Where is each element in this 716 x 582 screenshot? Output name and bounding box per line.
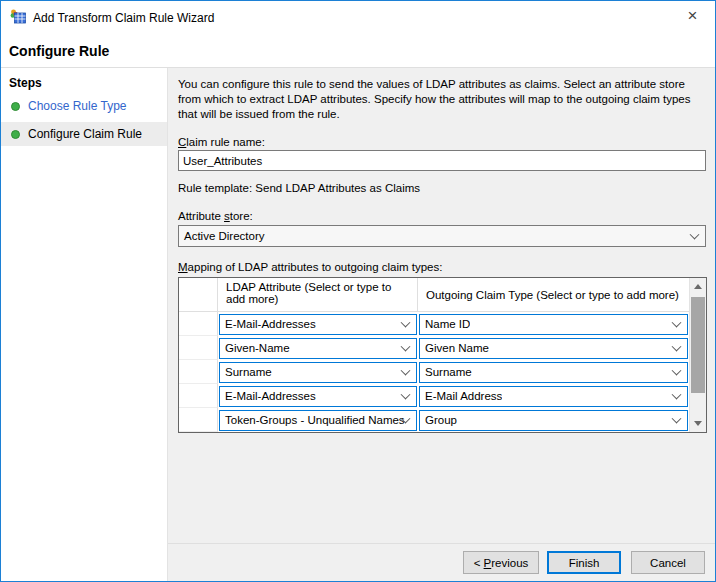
- page-title: Configure Rule: [9, 43, 109, 59]
- rule-template-text: Rule template: Send LDAP Attributes as C…: [178, 182, 420, 194]
- scrollbar-up-icon[interactable]: [690, 278, 706, 295]
- scrollbar-thumb[interactable]: [691, 297, 705, 393]
- chevron-down-icon: [672, 366, 682, 376]
- table-row: Token-Groups - Unqualified Names Group: [179, 408, 689, 432]
- row-selector[interactable]: [179, 336, 218, 360]
- row-selector[interactable]: [179, 360, 218, 384]
- chevron-down-icon: [401, 318, 411, 328]
- finish-button[interactable]: Finish: [547, 551, 621, 574]
- main-panel: You can configure this rule to send the …: [168, 68, 715, 581]
- table-header-row: LDAP Attribute (Select or type to add mo…: [179, 278, 689, 312]
- chevron-down-icon: [672, 414, 682, 424]
- outgoing-claim-type-select[interactable]: Group: [419, 410, 688, 431]
- table-row: E-Mail-Addresses Name ID: [179, 312, 689, 336]
- ldap-attribute-column-header: LDAP Attribute (Select or type to add mo…: [218, 278, 418, 311]
- ldap-attribute-select[interactable]: Surname: [219, 362, 417, 383]
- attribute-store-value: Active Directory: [179, 230, 265, 242]
- table-row: Surname Surname: [179, 360, 689, 384]
- outgoing-claim-type-select[interactable]: Name ID: [419, 314, 688, 335]
- step-completed-icon: [11, 102, 20, 111]
- cancel-button[interactable]: Cancel: [631, 551, 705, 574]
- ldap-mapping-table: LDAP Attribute (Select or type to add mo…: [178, 277, 707, 433]
- rule-description-text: You can configure this rule to send the …: [178, 77, 708, 122]
- outgoing-claim-type-select[interactable]: Given Name: [419, 338, 688, 359]
- footer-separator: [168, 543, 715, 544]
- wizard-app-icon: [10, 9, 26, 25]
- outgoing-claim-type-select[interactable]: E-Mail Address: [419, 386, 688, 407]
- sidebar-item-configure-claim-rule[interactable]: Configure Claim Rule: [1, 122, 167, 146]
- table-row: E-Mail-Addresses E-Mail Address: [179, 384, 689, 408]
- chevron-down-icon: [672, 390, 682, 400]
- steps-sidebar: Steps Choose Rule Type Configure Claim R…: [1, 68, 168, 581]
- ldap-attribute-select[interactable]: E-Mail-Addresses: [219, 386, 417, 407]
- table-scrollbar[interactable]: [689, 278, 706, 432]
- claim-rule-name-label: Claim rule name:: [178, 136, 265, 148]
- attribute-store-select[interactable]: Active Directory: [178, 225, 706, 247]
- row-selector-header: [179, 278, 218, 311]
- step-label: Choose Rule Type: [28, 99, 127, 113]
- chevron-down-icon: [672, 342, 682, 352]
- sidebar-item-choose-rule-type[interactable]: Choose Rule Type: [1, 94, 167, 118]
- step-label: Configure Claim Rule: [28, 127, 142, 141]
- claim-rule-name-input[interactable]: [178, 150, 706, 171]
- attribute-store-label: Attribute store:: [178, 210, 253, 222]
- row-selector[interactable]: [179, 432, 218, 433]
- steps-heading: Steps: [1, 68, 167, 90]
- chevron-down-icon: [401, 342, 411, 352]
- row-selector[interactable]: [179, 384, 218, 408]
- outgoing-claim-type-column-header: Outgoing Claim Type (Select or type to a…: [418, 278, 689, 311]
- row-selector[interactable]: [179, 312, 218, 336]
- window-title: Add Transform Claim Rule Wizard: [33, 11, 214, 25]
- row-selector[interactable]: [179, 408, 218, 432]
- wizard-dialog: Add Transform Claim Rule Wizard × Config…: [0, 0, 716, 582]
- step-completed-icon: [11, 130, 20, 139]
- mapping-label: Mapping of LDAP attributes to outgoing c…: [178, 261, 442, 273]
- ldap-attribute-select[interactable]: E-Mail-Addresses: [219, 314, 417, 335]
- chevron-down-icon: [672, 318, 682, 328]
- ldap-attribute-select[interactable]: Token-Groups - Unqualified Names: [219, 410, 417, 431]
- table-new-row: [179, 432, 689, 433]
- title-bar: Add Transform Claim Rule Wizard ×: [1, 1, 715, 33]
- previous-button[interactable]: < Previous: [463, 551, 539, 574]
- table-row: Given-Name Given Name: [179, 336, 689, 360]
- close-icon[interactable]: ×: [670, 1, 715, 31]
- chevron-down-icon: [401, 390, 411, 400]
- chevron-down-icon: [690, 230, 700, 240]
- dialog-body: Steps Choose Rule Type Configure Claim R…: [1, 68, 715, 581]
- ldap-attribute-select[interactable]: Given-Name: [219, 338, 417, 359]
- chevron-down-icon: [401, 366, 411, 376]
- scrollbar-down-icon[interactable]: [690, 415, 706, 432]
- outgoing-claim-type-select[interactable]: Surname: [419, 362, 688, 383]
